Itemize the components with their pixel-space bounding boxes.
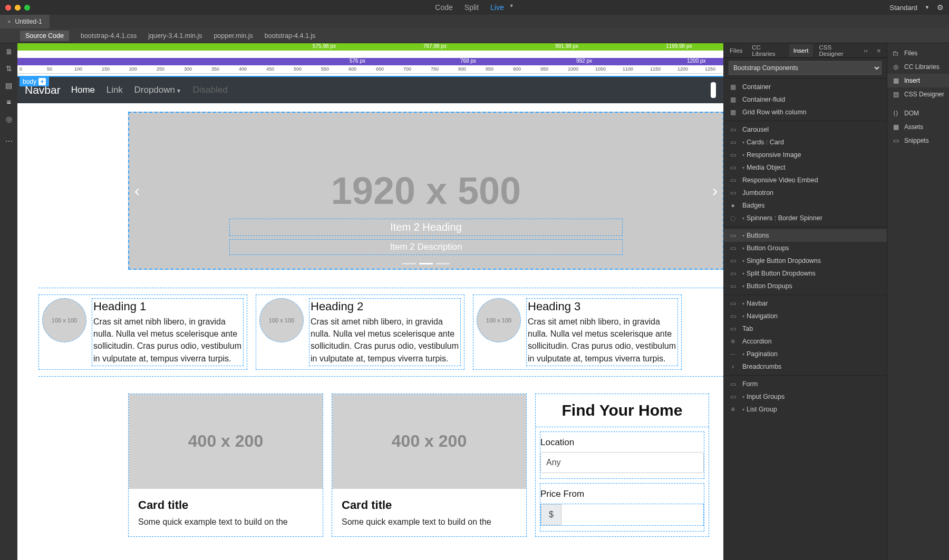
collapsed-panel-tab[interactable]: ▦Assets bbox=[887, 120, 949, 134]
feature-block[interactable]: 100 x 100Heading 3Cras sit amet nibh lib… bbox=[473, 294, 682, 370]
ruler-tick: 250 bbox=[157, 66, 164, 72]
source-code-chip[interactable]: Source Code bbox=[20, 31, 69, 41]
view-code[interactable]: Code bbox=[435, 3, 452, 12]
ruler-tick: 400 bbox=[239, 66, 247, 72]
insert-item-label: Responsive Image bbox=[747, 151, 801, 159]
insert-item[interactable]: ▭▾Buttons bbox=[723, 229, 887, 242]
insert-item[interactable]: ▭▾Split Button Dropdowns bbox=[723, 267, 887, 280]
feature-block[interactable]: 100 x 100Heading 1Cras sit amet nibh lib… bbox=[38, 294, 247, 370]
carousel-next-icon[interactable]: › bbox=[712, 182, 718, 200]
carousel-description[interactable]: Item 2 Description bbox=[229, 239, 623, 255]
collapsed-panel-tab[interactable]: ▤CSS Designer bbox=[887, 87, 949, 101]
insert-item[interactable]: ▭▾Media Object bbox=[723, 161, 887, 174]
collapsed-panel-tab[interactable]: 🗀Files bbox=[887, 46, 949, 60]
insert-item[interactable]: ◌▾Spinners : Border Spinner bbox=[723, 212, 887, 224]
panel-tab-cssdesigner[interactable]: CSS Designer bbox=[816, 44, 858, 57]
insert-item[interactable]: ▭▾Cards : Card bbox=[723, 136, 887, 149]
manage-sites-icon[interactable]: ⇅ bbox=[5, 64, 13, 73]
file-icon[interactable]: 🗎 bbox=[5, 47, 13, 56]
feature-row: 100 x 100Heading 1Cras sit amet nibh lib… bbox=[38, 288, 723, 377]
insert-item[interactable]: ▦Grid Row with column bbox=[723, 106, 887, 119]
related-file[interactable]: bootstrap-4.4.1.css bbox=[81, 32, 137, 40]
collapsed-panel-tab[interactable]: ◎CC Libraries bbox=[887, 60, 949, 74]
insert-item[interactable]: ▭Carousel bbox=[723, 123, 887, 136]
card-title: Card title bbox=[138, 498, 313, 512]
nav-link[interactable]: Link bbox=[106, 85, 123, 95]
settings-gear-icon[interactable]: ⚙ bbox=[937, 3, 944, 12]
document-tab[interactable]: × Untitled-1 bbox=[0, 15, 50, 28]
insert-item[interactable]: ≡▾List Group bbox=[723, 403, 887, 416]
panel-tab-insert[interactable]: Insert bbox=[789, 44, 813, 57]
zoom-window-icon[interactable] bbox=[24, 5, 30, 11]
ruler-tick: 800 bbox=[458, 66, 466, 72]
insert-item[interactable]: ▭Tab bbox=[723, 322, 887, 335]
related-file[interactable]: popper.min.js bbox=[214, 32, 253, 40]
view-split[interactable]: Split bbox=[464, 3, 479, 12]
nav-home[interactable]: Home bbox=[71, 85, 95, 95]
insert-item[interactable]: ▭▾Single Button Dropdowns bbox=[723, 254, 887, 267]
breakpoint-bar-min[interactable]: 576 px 768 px 992 px 1200 px bbox=[17, 58, 723, 65]
insert-item[interactable]: ▭▾Button Groups bbox=[723, 242, 887, 254]
insert-item[interactable]: ▦Container-fluid bbox=[723, 93, 887, 106]
add-element-icon[interactable]: + bbox=[38, 78, 46, 85]
insert-item[interactable]: ▭▾Button Dropups bbox=[723, 280, 887, 292]
minimize-window-icon[interactable] bbox=[15, 5, 21, 11]
close-tab-icon[interactable]: × bbox=[7, 18, 11, 25]
insert-item[interactable]: ▭Form bbox=[723, 378, 887, 390]
carousel-prev-icon[interactable]: ‹ bbox=[134, 182, 140, 200]
insert-item-icon: ▭ bbox=[729, 189, 737, 197]
feature-block[interactable]: 100 x 100Heading 2Cras sit amet nibh lib… bbox=[256, 294, 464, 370]
feature-image-placeholder: 100 x 100 bbox=[259, 298, 304, 342]
insert-item-label: Navbar bbox=[747, 300, 768, 307]
carousel-heading[interactable]: Item 2 Heading bbox=[229, 219, 623, 236]
nav-dropdown[interactable]: Dropdown▼ bbox=[134, 85, 181, 95]
close-window-icon[interactable] bbox=[5, 5, 11, 11]
panel-expand-icon[interactable]: ›› bbox=[860, 47, 870, 54]
ruler-tick: 150 bbox=[102, 66, 110, 72]
element-tag-label: body bbox=[23, 78, 36, 85]
navbar-search-input[interactable] bbox=[711, 82, 716, 98]
feature-body: Cras sit amet nibh libero, in gravida nu… bbox=[93, 316, 242, 365]
view-live[interactable]: Live bbox=[490, 3, 504, 12]
insert-item[interactable]: ›Breadcrumbs bbox=[723, 360, 887, 373]
assets-icon[interactable]: ▤ bbox=[5, 81, 13, 90]
insert-item-label: Spinners : Border Spinner bbox=[747, 214, 822, 222]
related-file[interactable]: jquery-3.4.1.min.js bbox=[148, 32, 202, 40]
insert-item-icon: ▭ bbox=[729, 325, 737, 332]
insert-category-select[interactable]: Bootstrap Components bbox=[729, 61, 882, 75]
collapsed-panel-tab[interactable]: ▦Insert bbox=[887, 74, 949, 87]
panel-tab-cclib[interactable]: CC Libraries bbox=[749, 44, 786, 57]
inspect-icon[interactable]: ◎ bbox=[5, 115, 13, 123]
element-tag-badge[interactable]: body + bbox=[20, 77, 49, 86]
ruler-tick: 300 bbox=[184, 66, 192, 72]
panel-menu-icon[interactable]: ≡ bbox=[874, 47, 884, 54]
view-live-caret-icon[interactable]: ▼ bbox=[509, 3, 514, 12]
more-icon[interactable]: ⋯ bbox=[5, 137, 13, 145]
workspace-switcher[interactable]: Standard ▼ ⚙ bbox=[889, 3, 944, 12]
breakpoint-bar-max[interactable]: 575.98 px 767.98 px 991.98 px 1199.98 px bbox=[17, 43, 723, 51]
related-file[interactable]: bootstrap-4.4.1.js bbox=[265, 32, 316, 40]
ruler-tick: 1250 bbox=[705, 66, 715, 72]
insert-item[interactable]: ▭Jumbotron bbox=[723, 186, 887, 199]
insert-item[interactable]: ≡Accordion bbox=[723, 335, 887, 348]
carousel-indicators[interactable] bbox=[402, 263, 450, 264]
insert-item[interactable]: ●Badges bbox=[723, 199, 887, 212]
insert-item[interactable]: ···▾Pagination bbox=[723, 348, 887, 360]
location-select[interactable]: Any bbox=[540, 452, 704, 473]
insert-item[interactable]: ▭▾Navbar bbox=[723, 297, 887, 310]
insert-item[interactable]: ▭▾Responsive Image bbox=[723, 149, 887, 161]
price-prefix: $ bbox=[541, 504, 561, 525]
preview-card[interactable]: 400 x 200 Card titleSome quick example t… bbox=[128, 394, 323, 537]
live-view-icon[interactable]: ≡ bbox=[5, 98, 13, 106]
panel-tab-files[interactable]: Files bbox=[727, 47, 745, 54]
insert-item[interactable]: ▦Container bbox=[723, 81, 887, 93]
collapsed-panel-tab[interactable]: ▭Snippets bbox=[887, 134, 949, 148]
preview-card[interactable]: 400 x 200 Card titleSome quick example t… bbox=[332, 394, 527, 537]
insert-item[interactable]: ▭Responsive Video Embed bbox=[723, 174, 887, 186]
preview-carousel[interactable]: ‹ 1920 x 500 Item 2 Heading Item 2 Descr… bbox=[128, 112, 723, 270]
insert-item[interactable]: ▭▾Input Groups bbox=[723, 390, 887, 403]
collapsed-panel-tab[interactable]: ⟨⟩DOM bbox=[887, 106, 949, 120]
preview-form[interactable]: Find Your Home Location Any Price From $ bbox=[535, 394, 709, 537]
bp-marker: 576 px bbox=[350, 58, 365, 64]
insert-item[interactable]: ▭▾Navigation bbox=[723, 310, 887, 322]
